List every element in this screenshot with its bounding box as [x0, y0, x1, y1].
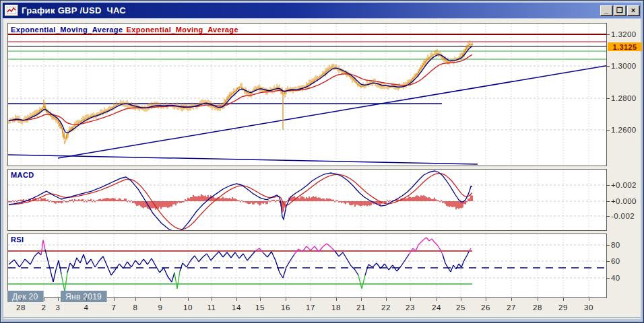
date-axis-tick: [44, 298, 44, 301]
date-axis-tick: [58, 298, 59, 301]
date-axis-label: 8: [133, 303, 138, 312]
date-axis-tick: [361, 298, 362, 301]
chart-window: График GBP /USD ЧАС _ ❐ × Exponential_Mo…: [0, 0, 644, 323]
date-axis-tick: [511, 298, 512, 301]
ema-indicator-labels: Exponential_Moving_AverageExponential_Mo…: [11, 26, 238, 34]
date-axis-label: 16: [281, 303, 290, 312]
date-axis-tick: [336, 298, 337, 301]
date-axis-label: 17: [306, 303, 315, 312]
date-axis-label: 4: [84, 303, 89, 312]
minimize-button[interactable]: _: [600, 5, 612, 15]
rsi-axis-tick: [606, 278, 610, 279]
date-axis-tick: [135, 298, 136, 301]
macd-axis-tick: [606, 201, 610, 202]
date-axis-tick: [260, 298, 261, 301]
bottom-groove: [3, 318, 641, 319]
date-axis-label: 27: [507, 303, 516, 312]
window-title: График GBP /USD ЧАС: [22, 5, 126, 15]
ema-label-1: Exponential_Moving_Average: [126, 26, 238, 34]
period-label: Дек 20: [7, 291, 44, 302]
date-axis-tick: [286, 298, 286, 301]
rsi-axis-tick: [606, 261, 610, 262]
title-bar[interactable]: График GBP /USD ЧАС _ ❐ ×: [3, 3, 641, 18]
date-axis-label: 30: [584, 303, 593, 312]
macd-canvas[interactable]: [8, 170, 606, 230]
date-axis-label: 22: [381, 303, 391, 312]
price-chart-panel[interactable]: Exponential_Moving_AverageExponential_Mo…: [7, 23, 607, 166]
date-axis-label: 11: [207, 303, 216, 312]
price-axis-tick: [606, 66, 610, 67]
date-axis-label: 10: [183, 303, 193, 312]
date-axis-label: 15: [255, 303, 265, 312]
price-chart-canvas[interactable]: [8, 24, 606, 166]
date-axis-label: 23: [406, 303, 415, 312]
date-axis-tick: [188, 298, 189, 301]
date-axis-label: 26: [481, 303, 490, 312]
date-axis-tick: [563, 298, 564, 301]
chart-icon: [5, 5, 18, 16]
rsi-canvas[interactable]: [8, 234, 606, 297]
price-axis-tick: [606, 98, 610, 99]
date-axis-tick: [212, 298, 212, 301]
ema-label-0: Exponential_Moving_Average: [11, 26, 123, 34]
date-axis-label: 28: [533, 303, 542, 312]
price-axis-tick: [606, 130, 610, 131]
price-axis-label: 1.3000: [611, 62, 637, 70]
date-axis-label: 28: [16, 303, 26, 312]
macd-axis-label: -0.002: [611, 212, 635, 220]
macd-axis-label: +0.000: [611, 197, 637, 205]
date-axis-tick: [486, 298, 486, 301]
date-axis-tick: [461, 298, 461, 301]
date-axis-tick: [538, 298, 538, 301]
macd-panel[interactable]: MACD: [7, 169, 607, 231]
macd-axis-tick: [606, 216, 610, 217]
date-axis-label: 29: [558, 303, 568, 312]
macd-axis-label: +0.002: [611, 181, 637, 189]
price-axis-label: 1.2800: [611, 94, 637, 102]
date-axis-label: 9: [158, 303, 163, 312]
date-axis-label: 24: [432, 303, 441, 312]
rsi-axis-label: 80: [611, 241, 620, 249]
window-controls: _ ❐ ×: [600, 5, 639, 15]
price-axis-label: 1.3200: [611, 30, 637, 38]
maximize-button[interactable]: ❐: [614, 5, 626, 15]
date-axis-label: 7: [112, 303, 117, 312]
date-axis-tick: [236, 298, 237, 301]
date-axis-label: 2: [42, 303, 46, 312]
macd-label: MACD: [11, 171, 34, 179]
period-label: Янв 2019: [61, 291, 107, 302]
date-axis-tick: [589, 298, 589, 301]
date-axis-label: 14: [232, 303, 241, 312]
close-button[interactable]: ×: [627, 5, 639, 15]
date-axis-tick: [21, 298, 22, 301]
current-price-tag: 1.3125: [608, 42, 642, 51]
date-axis-label: 3: [56, 303, 61, 312]
macd-axis-tick: [606, 185, 610, 186]
price-axis-label: 1.2600: [611, 126, 637, 134]
date-axis-tick: [410, 298, 411, 301]
rsi-axis-label: 60: [611, 257, 620, 265]
price-axis-tick: [606, 34, 610, 35]
date-axis-tick: [311, 298, 311, 301]
date-axis-label: 21: [356, 303, 366, 312]
rsi-axis-tick: [606, 245, 610, 246]
rsi-axis-label: 40: [611, 274, 620, 282]
date-axis-label: 18: [331, 303, 341, 312]
date-axis-label: 25: [456, 303, 465, 312]
date-axis-tick: [160, 298, 161, 301]
date-axis-tick: [114, 298, 115, 301]
date-axis-tick: [86, 298, 87, 301]
rsi-label: RSI: [11, 236, 24, 244]
rsi-panel[interactable]: RSI: [7, 234, 607, 298]
date-axis-tick: [386, 298, 387, 301]
date-axis-tick: [437, 298, 437, 301]
